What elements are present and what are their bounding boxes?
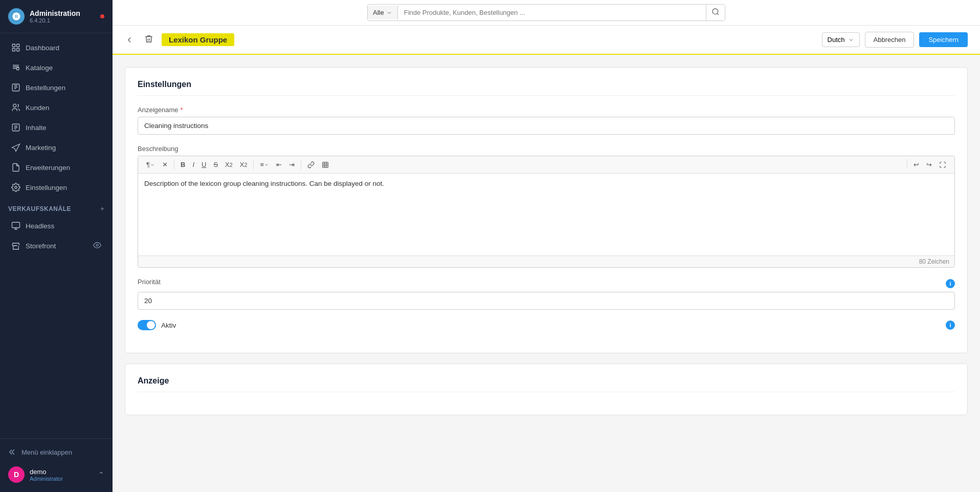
active-label: Aktiv (161, 322, 176, 329)
active-info-icon[interactable]: i (946, 320, 955, 330)
active-toggle-row: Aktiv (138, 320, 176, 330)
toolbar-table[interactable] (319, 160, 332, 170)
settings-icon (11, 183, 20, 192)
toolbar-redo[interactable]: ↪ (923, 159, 935, 170)
svg-rect-3 (17, 49, 19, 51)
sidebar-item-bestellungen[interactable]: Bestellungen (3, 78, 109, 97)
settings-card-title: Einstellungen (138, 80, 955, 96)
priority-input[interactable] (138, 292, 955, 310)
toolbar-bold[interactable]: B (177, 159, 188, 170)
description-editor[interactable]: Description of the lexicon group cleanin… (138, 174, 954, 255)
sidebar-item-storefront-label: Storefront (26, 242, 56, 250)
sidebar-item-kunden-label: Kunden (26, 104, 50, 112)
link-icon (307, 161, 315, 168)
display-name-input[interactable] (138, 117, 955, 135)
toolbar-undo[interactable]: ↩ (910, 159, 922, 170)
toolbar-align[interactable]: ≡ (257, 159, 272, 170)
toolbar-strikethrough[interactable]: S (210, 159, 221, 170)
lang-chevron-icon (848, 37, 854, 43)
display-name-label: Anzeigename * (138, 106, 955, 114)
sidebar-item-erweiterungen[interactable]: Erweiterungen (3, 158, 109, 177)
language-select[interactable]: Dutch (822, 32, 860, 47)
save-button[interactable]: Speichern (919, 32, 968, 47)
fullscreen-icon (939, 161, 946, 168)
user-section[interactable]: D demo Administrator ⌃ (0, 461, 113, 488)
main-content: Alle Lexikon Gruppe (113, 0, 980, 492)
search-filter-dropdown[interactable]: Alle (368, 6, 398, 19)
page-title: Lexikon Gruppe (162, 33, 234, 46)
toolbar-subscript[interactable]: X2 (237, 159, 251, 170)
toolbar-sep-3 (301, 160, 301, 169)
avatar: D (8, 466, 25, 483)
toolbar-indent-out[interactable]: ⇤ (273, 159, 285, 170)
char-count: 80 Zeichen (138, 255, 954, 267)
add-sales-channel-icon[interactable]: + (100, 205, 104, 212)
app-name: Administration (30, 9, 80, 17)
catalog-icon (11, 63, 20, 72)
cancel-button[interactable]: Abbrechen (865, 32, 915, 48)
sidebar-item-kataloge[interactable]: Kataloge (3, 58, 109, 77)
sidebar-item-inhalte-label: Inhalte (26, 124, 47, 132)
display-card: Anzeige (125, 363, 968, 415)
display-name-group: Anzeigename * (138, 106, 955, 135)
svg-rect-0 (12, 44, 15, 47)
svg-rect-2 (12, 49, 15, 51)
sidebar-item-kunden[interactable]: Kunden (3, 98, 109, 117)
trash-icon (144, 34, 153, 44)
toolbar-link[interactable] (304, 160, 318, 170)
sidebar-item-einstellungen[interactable]: Einstellungen (3, 178, 109, 197)
description-label: Beschreibung (138, 145, 955, 153)
active-toggle[interactable] (138, 320, 156, 330)
delete-button[interactable] (144, 34, 153, 46)
toolbar-indent-in[interactable]: ⇥ (286, 159, 298, 170)
user-name: demo (30, 468, 63, 476)
sidebar-item-inhalte[interactable]: Inhalte (3, 118, 109, 137)
topbar: Alle (113, 0, 980, 26)
svg-rect-4 (17, 68, 19, 70)
priority-info-icon[interactable]: i (946, 279, 955, 288)
app-version: 6.4.20.1 (30, 17, 80, 24)
sidebar-item-dashboard[interactable]: Dashboard (3, 38, 109, 57)
display-card-title: Anzeige (138, 376, 955, 392)
sidebar-item-einstellungen-label: Einstellungen (26, 184, 67, 191)
sidebar-footer: Menü einklappen D demo Administrator ⌃ (0, 438, 113, 492)
toolbar-right-actions: ↩ ↪ (905, 159, 949, 170)
search-filter-label: Alle (373, 9, 384, 16)
svg-rect-9 (12, 222, 20, 228)
dashboard-icon (11, 43, 20, 52)
sidebar-item-marketing[interactable]: Marketing (3, 138, 109, 157)
priority-label: Priorität (138, 278, 161, 286)
settings-card: Einstellungen Anzeigename * Beschreibung… (125, 67, 968, 353)
back-button[interactable] (125, 35, 134, 45)
active-group: Aktiv i (138, 320, 955, 330)
svg-rect-12 (323, 162, 328, 167)
content-area: Einstellungen Anzeigename * Beschreibung… (113, 55, 980, 492)
toolbar-paragraph[interactable]: ¶ (143, 159, 158, 170)
sidebar-item-erweiterungen-label: Erweiterungen (26, 164, 70, 172)
editor-wrapper: ¶ ✕ B I U S X2 X2 ≡ ⇤ ⇥ (138, 156, 955, 268)
sidebar-item-headless[interactable]: Headless (3, 216, 109, 236)
collapse-menu-label: Menü einklappen (21, 448, 72, 456)
svg-point-8 (15, 186, 17, 189)
toolbar-sep-4 (907, 159, 907, 168)
toolbar-italic[interactable]: I (189, 159, 197, 170)
toolbar-fullscreen[interactable] (936, 159, 949, 170)
search-input[interactable] (398, 6, 706, 19)
sidebar-logo: Administration 6.4.20.1 (0, 0, 113, 33)
search-icon (711, 8, 720, 16)
sales-channels-label: Verkaufskanäle (8, 205, 71, 212)
priority-group: Priorität i (138, 278, 955, 310)
svg-point-6 (13, 104, 16, 107)
sidebar-item-storefront[interactable]: Storefront (3, 236, 109, 256)
toolbar-superscript[interactable]: X2 (222, 159, 236, 170)
language-label: Dutch (828, 36, 845, 44)
storefront-icon (11, 242, 20, 251)
toolbar-underline[interactable]: U (198, 159, 209, 170)
headless-icon (11, 221, 20, 230)
search-button[interactable] (706, 5, 725, 20)
collapse-menu-btn[interactable]: Menü einklappen (0, 443, 113, 461)
storefront-eye-icon[interactable] (93, 241, 101, 251)
toolbar-clear[interactable]: ✕ (159, 159, 171, 170)
editor-toolbar: ¶ ✕ B I U S X2 X2 ≡ ⇤ ⇥ (138, 156, 954, 174)
sidebar-item-bestellungen-label: Bestellungen (26, 84, 65, 92)
